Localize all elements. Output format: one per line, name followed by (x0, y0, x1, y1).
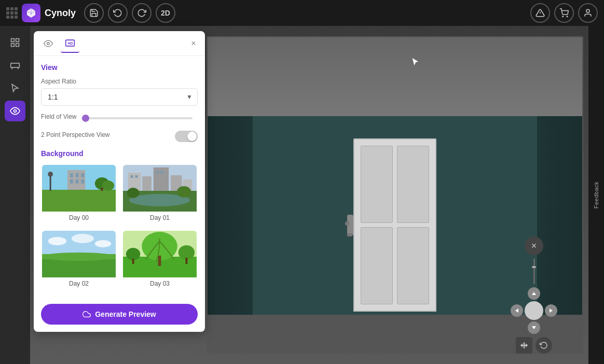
topbar-right-actions (530, 3, 598, 23)
aspect-ratio-wrapper: 1:1 16:9 4:3 9:16 ▼ (41, 88, 198, 106)
bg-card-day03[interactable]: Day 03 (122, 230, 198, 290)
nav-down-button[interactable] (528, 321, 540, 334)
close-icon: × (531, 241, 537, 251)
room-ceiling (208, 37, 582, 116)
svg-rect-39 (131, 175, 133, 178)
nav-right-button[interactable] (545, 304, 557, 317)
close-overlay-button[interactable]: × (525, 236, 543, 255)
aspect-ratio-select[interactable]: 1:1 16:9 4:3 9:16 (41, 88, 198, 106)
mode-2d-button[interactable]: 2D (156, 3, 175, 23)
svg-rect-5 (11, 39, 15, 42)
svg-point-3 (567, 16, 568, 17)
tab-view[interactable] (39, 34, 58, 53)
background-grid: Day 00 (41, 164, 198, 290)
reset-button[interactable] (536, 337, 552, 354)
svg-rect-26 (70, 179, 73, 184)
svg-rect-40 (135, 175, 138, 178)
svg-rect-41 (156, 171, 159, 174)
bg-card-day01[interactable]: Day 01 (122, 164, 198, 225)
svg-rect-28 (81, 179, 84, 184)
svg-point-4 (586, 9, 589, 12)
bg-label-day02: Day 02 (42, 277, 116, 289)
bg-card-day02[interactable]: Day 02 (41, 230, 117, 290)
sidebar-item-pointer[interactable] (5, 78, 25, 99)
cloud-icon (83, 310, 91, 318)
bg-thumb-day00 (42, 165, 116, 212)
svg-point-49 (72, 234, 94, 243)
svg-rect-31 (101, 188, 103, 191)
right-sidebar: Feedback (588, 26, 604, 364)
svg-rect-19 (42, 190, 116, 212)
fov-label: Field of View (41, 113, 76, 120)
svg-text:HD: HD (68, 41, 73, 45)
svg-point-30 (102, 180, 115, 191)
sidebar-item-furniture[interactable] (5, 55, 25, 76)
redo-button[interactable] (132, 3, 152, 23)
left-sidebar (0, 26, 30, 364)
panel-header: HD × (34, 31, 205, 56)
svg-point-57 (126, 248, 140, 260)
generate-btn-label: Generate Preview (95, 310, 156, 318)
door-lock (347, 233, 352, 236)
door-panel-tl (361, 146, 393, 223)
bg-label-day01: Day 01 (123, 212, 197, 223)
view-section-label: View (41, 63, 198, 72)
svg-rect-24 (76, 173, 79, 177)
user-button[interactable] (578, 3, 598, 23)
svg-point-21 (48, 172, 53, 177)
svg-rect-25 (81, 173, 84, 177)
sidebar-item-edit[interactable] (5, 32, 25, 53)
door-panel-tr (397, 146, 429, 223)
fov-slider[interactable] (81, 117, 193, 119)
cart-button[interactable] (554, 3, 574, 23)
svg-rect-23 (70, 173, 73, 177)
aspect-ratio-label: Aspect Ratio (41, 78, 198, 85)
svg-rect-42 (160, 171, 163, 174)
two-point-perspective-row: 2 Point Perspective View (41, 131, 198, 142)
bg-thumb-day03 (123, 231, 197, 277)
svg-rect-60 (185, 258, 187, 264)
warning-button[interactable] (530, 3, 550, 23)
svg-point-45 (177, 186, 191, 198)
undo-button[interactable] (108, 3, 128, 23)
tab-hd[interactable]: HD (61, 34, 79, 53)
nav-up-button[interactable] (528, 287, 540, 300)
topbar: Cynoly 2D (0, 0, 604, 26)
bg-thumb-day02 (42, 231, 116, 277)
svg-point-2 (562, 16, 564, 17)
logo-icon (22, 4, 40, 22)
svg-point-52 (42, 253, 115, 261)
door-knob (345, 221, 349, 226)
svg-rect-51 (42, 259, 116, 277)
svg-rect-8 (11, 44, 15, 47)
sidebar-item-eye[interactable] (5, 101, 25, 121)
move-button[interactable] (516, 337, 532, 354)
field-of-view-row: Field of View (41, 113, 198, 123)
svg-rect-9 (11, 63, 20, 67)
close-icon: × (191, 39, 196, 48)
svg-rect-56 (158, 256, 161, 266)
nav-left-button[interactable] (511, 304, 523, 317)
svg-rect-59 (132, 259, 134, 264)
panel-close-button[interactable]: × (187, 37, 200, 50)
nav-center-button[interactable] (525, 301, 543, 320)
bg-card-day00[interactable]: Day 00 (41, 164, 117, 225)
fov-slider-thumb (82, 115, 89, 122)
feedback-label: Feedback (593, 181, 599, 208)
door-container (353, 138, 436, 312)
logo: Cynoly (6, 4, 76, 22)
two-point-perspective-toggle[interactable] (175, 131, 198, 142)
panel-body: View Aspect Ratio 1:1 16:9 4:3 9:16 ▼ Fi… (34, 56, 205, 332)
save-button[interactable] (84, 3, 104, 23)
svg-point-12 (14, 110, 17, 113)
svg-rect-20 (50, 175, 51, 191)
svg-rect-36 (154, 167, 169, 191)
mode-2d-label: 2D (161, 9, 170, 17)
background-section-label: Background (41, 149, 198, 158)
toggle-knob (187, 132, 197, 141)
generate-preview-button[interactable]: Generate Preview (41, 304, 198, 325)
door-panel-br (397, 227, 429, 304)
bg-label-day00: Day 00 (42, 212, 116, 223)
nav-pad (511, 287, 557, 334)
svg-rect-7 (16, 44, 19, 47)
